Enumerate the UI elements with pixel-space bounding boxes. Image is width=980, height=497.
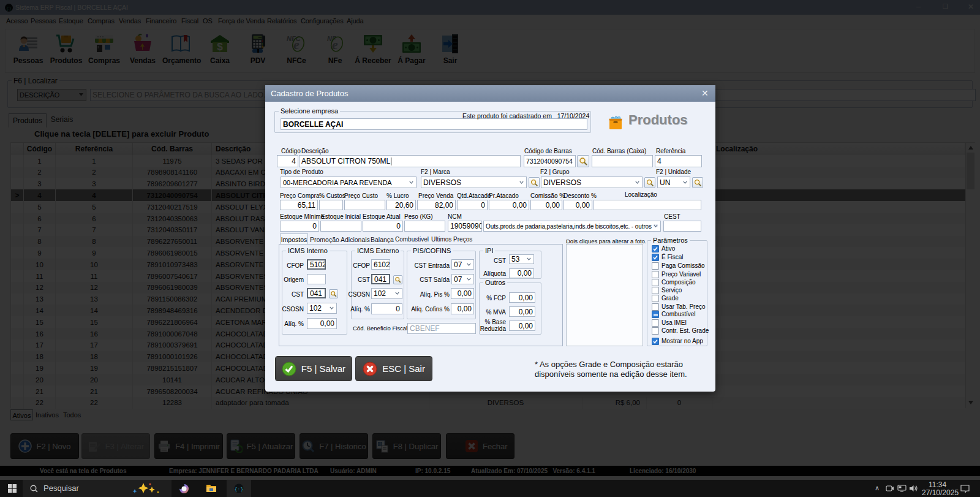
svg-text:{:}: {:} bbox=[235, 486, 243, 491]
